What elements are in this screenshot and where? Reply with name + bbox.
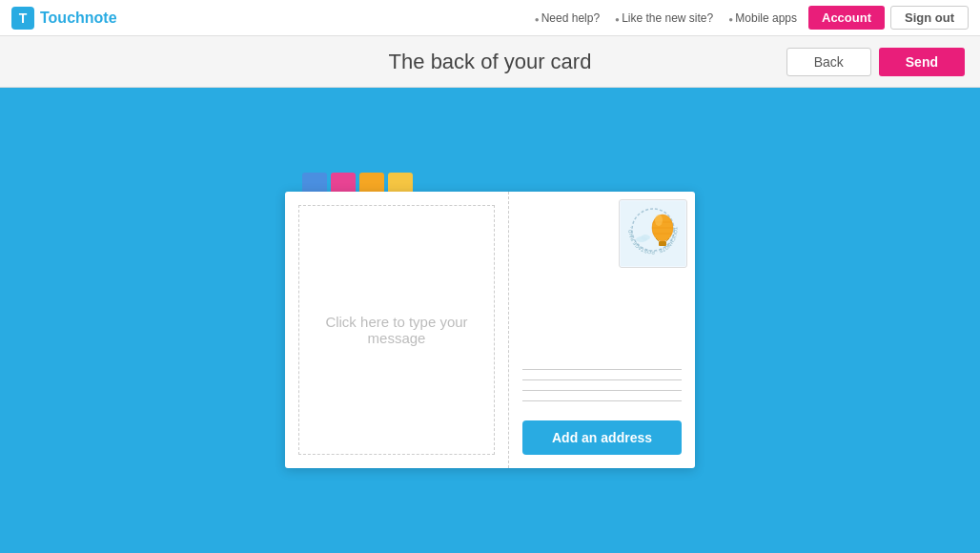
mobile-apps-link[interactable]: Mobile apps — [728, 11, 797, 25]
stamp-area: TOUCHNOTE · POSTAGE PAID · — [619, 199, 687, 268]
address-line-1 — [522, 369, 682, 370]
navbar: T Touchnote Need help? Like the new site… — [0, 0, 980, 36]
address-line-4 — [522, 400, 682, 401]
logo-letter: T — [19, 10, 28, 26]
right-side: TOUCHNOTE · POSTAGE PAID · — [509, 192, 695, 468]
color-tabs — [302, 173, 695, 192]
postcard: Click here to type your message TOUCHNOT… — [285, 192, 695, 468]
account-button[interactable]: Account — [808, 6, 885, 30]
need-help-link[interactable]: Need help? — [535, 11, 600, 25]
svg-point-13 — [641, 235, 650, 240]
title-bar-actions: Back Send — [786, 48, 965, 76]
logo-icon: T — [11, 7, 34, 30]
stamp-svg: TOUCHNOTE · POSTAGE PAID · — [621, 201, 685, 266]
add-address-button[interactable]: Add an address — [522, 420, 682, 455]
address-line-2 — [522, 379, 682, 380]
color-tab-yellow[interactable] — [388, 173, 413, 192]
color-tab-blue[interactable] — [302, 173, 327, 192]
message-area[interactable]: Click here to type your message — [285, 192, 509, 468]
nav-buttons: Account Sign out — [808, 6, 969, 30]
message-dashed-border — [298, 205, 495, 455]
main-content: Click here to type your message TOUCHNOT… — [0, 88, 980, 553]
svg-rect-9 — [659, 241, 666, 246]
signout-button[interactable]: Sign out — [890, 6, 969, 30]
address-lines — [522, 369, 682, 401]
like-site-link[interactable]: Like the new site? — [615, 11, 713, 25]
title-bar: The back of your card Back Send — [0, 36, 980, 88]
nav-links: Need help? Like the new site? Mobile app… — [117, 11, 797, 25]
logo-area: T Touchnote — [11, 7, 117, 30]
brand-name: Touchnote — [40, 10, 117, 27]
page-title: The back of your card — [389, 50, 592, 74]
address-line-3 — [522, 390, 682, 391]
svg-point-8 — [655, 215, 663, 226]
back-button[interactable]: Back — [786, 48, 871, 76]
send-button[interactable]: Send — [879, 48, 965, 76]
color-tab-orange[interactable] — [359, 173, 384, 192]
card-wrapper: Click here to type your message TOUCHNOT… — [285, 173, 695, 468]
color-tab-pink[interactable] — [331, 173, 356, 192]
